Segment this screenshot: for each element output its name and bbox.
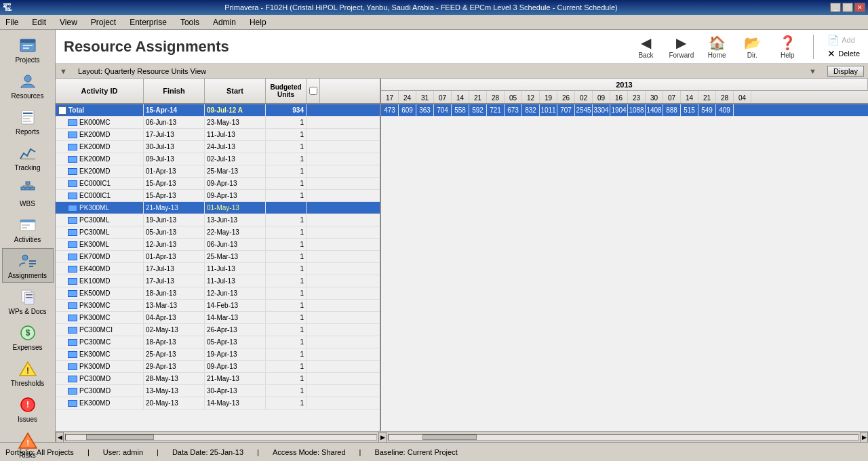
scroll-right-button1[interactable]: ▶ — [378, 432, 387, 443]
activity-id-cell: PK300MD — [56, 361, 144, 372]
activity-row[interactable]: EK700MD01-Apr-1325-Mar-131 — [56, 251, 380, 263]
activity-row[interactable]: EK200MD17-Jul-1311-Jul-131 — [56, 129, 380, 141]
units-cell: 1 — [266, 397, 307, 409]
sidebar-item-activities[interactable]: Activities — [2, 212, 54, 247]
menu-help[interactable]: Help — [247, 16, 269, 28]
help-button[interactable]: ❓ Help — [775, 35, 800, 59]
scroll-right-button2[interactable]: ▶ — [860, 432, 868, 443]
activity-icon — [68, 119, 77, 126]
start-cell: 22-May-13 — [205, 226, 266, 238]
activity-row[interactable]: PK300ML21-May-1301-May-13 — [56, 202, 380, 214]
activity-row[interactable]: PK300MC04-Apr-1314-Mar-131 — [56, 312, 380, 324]
activity-row[interactable]: EK200MD09-Jul-1302-Jul-131 — [56, 153, 380, 165]
week-header-cell: 24 — [399, 91, 416, 104]
back-icon: ◀ — [641, 35, 651, 51]
svg-rect-12 — [21, 187, 25, 190]
activity-row[interactable]: EK000MC06-Jun-1323-May-131 — [56, 117, 380, 129]
activity-icon — [68, 156, 77, 163]
activity-id-cell: EK400MD — [56, 263, 144, 275]
menu-enterprise[interactable]: Enterprise — [127, 16, 170, 28]
finish-cell: 17-Jul-13 — [144, 275, 205, 287]
menu-file[interactable]: File — [3, 16, 21, 28]
minimize-button[interactable]: _ — [830, 3, 841, 12]
menu-admin[interactable]: Admin — [210, 16, 239, 28]
sidebar-item-risks[interactable]: ! Risks — [2, 428, 54, 461]
activity-row[interactable]: PC300MCI02-May-1326-Apr-131 — [56, 324, 380, 336]
start-cell: 11-Jul-13 — [205, 129, 266, 140]
start-cell: 24-Jul-13 — [205, 141, 266, 153]
collapse-button[interactable]: − — [58, 106, 66, 115]
restore-button[interactable]: □ — [842, 3, 853, 12]
right-scroll-thumb[interactable] — [422, 435, 477, 440]
svg-text:!: ! — [26, 366, 29, 376]
sidebar-item-wps-docs[interactable]: WPs & Docs — [2, 284, 54, 319]
total-gantt-cell: 592 — [469, 104, 487, 116]
activity-icon — [68, 315, 77, 321]
svg-point-4 — [24, 75, 31, 82]
add-button[interactable]: Add — [842, 36, 855, 44]
activity-table[interactable]: EK000MC06-Jun-1323-May-131EK200MD17-Jul-… — [56, 117, 380, 431]
menu-view[interactable]: View — [57, 16, 80, 28]
close-button[interactable]: ✕ — [854, 3, 865, 12]
page-header: Resource Assignments ◀ Back ▶ Forward 🏠 … — [56, 30, 868, 64]
sidebar-item-reports[interactable]: Reports — [2, 104, 54, 139]
activity-row[interactable]: EK200MD30-Jul-1324-Jul-131 — [56, 141, 380, 153]
activity-row[interactable]: EK300ML12-Jun-1306-Jun-131 — [56, 239, 380, 251]
total-gantt-cell: 3304 — [593, 104, 610, 116]
menu-project[interactable]: Project — [88, 16, 119, 28]
activity-id-cell: PC300MCI — [56, 324, 144, 336]
select-all-checkbox[interactable] — [309, 87, 317, 95]
activity-row[interactable]: EK300MC25-Apr-1319-Apr-131 — [56, 348, 380, 361]
activity-row[interactable]: EK100MD17-Jul-1311-Jul-131 — [56, 275, 380, 287]
dir-button[interactable]: 📂 Dir. — [740, 35, 764, 59]
sidebar-item-wbs[interactable]: WBS — [2, 176, 54, 211]
delete-button[interactable]: Delete — [838, 49, 860, 58]
activity-row[interactable]: PC300MD28-May-1321-May-131 — [56, 373, 380, 385]
start-cell: 06-Jun-13 — [205, 239, 266, 250]
display-button[interactable]: Display — [827, 66, 864, 77]
home-button[interactable]: 🏠 Home — [705, 35, 729, 59]
issues-label: Issues — [18, 416, 37, 423]
activity-row[interactable]: EK400MD17-Jul-1311-Jul-131 — [56, 263, 380, 275]
sidebar-item-thresholds[interactable]: ! Thresholds — [2, 356, 54, 390]
sidebar-item-expenses[interactable]: $ Expenses — [2, 320, 54, 355]
activity-row[interactable]: EC000IC115-Apr-1309-Apr-131 — [56, 190, 380, 202]
sidebar-item-resources[interactable]: Resources — [2, 68, 54, 103]
activity-row[interactable]: PC300ML19-Jun-1313-Jun-131 — [56, 214, 380, 226]
finish-cell: 25-Apr-13 — [144, 348, 205, 360]
finish-cell: 17-Jul-13 — [144, 129, 205, 140]
left-scroll-thumb[interactable] — [86, 435, 154, 440]
sidebar-item-projects[interactable]: Projects — [2, 33, 54, 67]
menu-edit[interactable]: Edit — [29, 16, 49, 28]
app-icon: 🏗 — [3, 2, 12, 13]
activity-row[interactable]: EC000IC115-Apr-1309-Apr-131 — [56, 178, 380, 190]
activity-row[interactable]: PC300ML05-Jun-1322-May-131 — [56, 226, 380, 239]
activity-row[interactable]: PK300MD29-Apr-1309-Apr-131 — [56, 361, 380, 373]
activity-row[interactable]: PK300MC13-Mar-1314-Feb-131 — [56, 300, 380, 312]
wbs-label: WBS — [20, 200, 35, 207]
activity-row[interactable]: PC300MD13-May-1330-Apr-131 — [56, 385, 380, 397]
tracking-label: Tracking — [15, 164, 41, 172]
right-scroll-track[interactable] — [388, 434, 859, 441]
back-button[interactable]: ◀ Back — [634, 35, 658, 59]
resources-icon — [18, 72, 37, 91]
units-cell: 1 — [266, 336, 307, 348]
activity-row[interactable]: EK500MD18-Jun-1312-Jun-131 — [56, 287, 380, 300]
start-cell: 12-Jun-13 — [205, 287, 266, 299]
total-gantt-cell: 704 — [434, 104, 452, 116]
start-cell: 11-Jul-13 — [205, 275, 266, 287]
sidebar-item-assignments[interactable]: Assignments — [2, 248, 54, 283]
menu-tools[interactable]: Tools — [178, 16, 202, 28]
activity-row[interactable]: PC300MC18-Apr-1305-Apr-131 — [56, 336, 380, 348]
units-cell: 1 — [266, 190, 307, 201]
left-scroll-track[interactable] — [65, 434, 377, 441]
reports-icon — [18, 108, 37, 127]
horizontal-scrollbar[interactable]: ◀ ▶ ▶ — [56, 431, 868, 442]
activity-row[interactable]: EK200MD01-Apr-1325-Mar-131 — [56, 165, 380, 178]
forward-button[interactable]: ▶ Forward — [669, 35, 694, 59]
sidebar-item-tracking[interactable]: Tracking — [2, 140, 54, 175]
activity-row[interactable]: EK300MD20-May-1314-May-131 — [56, 397, 380, 409]
sidebar-item-issues[interactable]: ! Issues — [2, 392, 54, 426]
scroll-left-button[interactable]: ◀ — [56, 432, 64, 443]
week-header-cell: 31 — [416, 91, 434, 104]
